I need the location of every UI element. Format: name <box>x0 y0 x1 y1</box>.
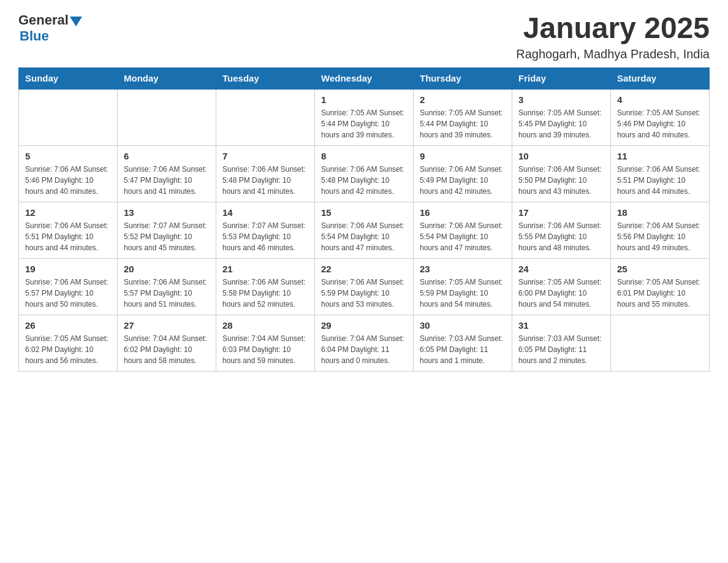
day-info: Sunrise: 7:06 AM Sunset: 5:46 PM Dayligh… <box>25 164 111 197</box>
day-info: Sunrise: 7:06 AM Sunset: 5:49 PM Dayligh… <box>420 164 506 197</box>
day-number: 4 <box>617 94 703 105</box>
day-number: 28 <box>222 320 308 331</box>
calendar-cell: 31Sunrise: 7:03 AM Sunset: 6:05 PM Dayli… <box>512 315 611 371</box>
day-number: 21 <box>222 264 308 274</box>
calendar-cell: 23Sunrise: 7:05 AM Sunset: 5:59 PM Dayli… <box>414 258 512 315</box>
calendar-cell: 10Sunrise: 7:06 AM Sunset: 5:50 PM Dayli… <box>512 145 611 202</box>
logo-blue-text: Blue <box>20 28 49 44</box>
calendar-cell: 7Sunrise: 7:06 AM Sunset: 5:48 PM Daylig… <box>216 145 315 202</box>
day-info: Sunrise: 7:06 AM Sunset: 5:55 PM Dayligh… <box>518 220 604 253</box>
day-number: 31 <box>518 320 604 331</box>
day-info: Sunrise: 7:05 AM Sunset: 5:44 PM Dayligh… <box>420 107 506 140</box>
calendar-cell: 8Sunrise: 7:06 AM Sunset: 5:48 PM Daylig… <box>315 145 414 202</box>
logo: General Blue <box>18 12 82 44</box>
calendar-cell: 3Sunrise: 7:05 AM Sunset: 5:45 PM Daylig… <box>512 89 611 146</box>
day-number: 7 <box>222 151 308 161</box>
calendar-cell: 9Sunrise: 7:06 AM Sunset: 5:49 PM Daylig… <box>414 145 512 202</box>
calendar-cell: 24Sunrise: 7:05 AM Sunset: 6:00 PM Dayli… <box>512 258 611 315</box>
calendar-cell: 11Sunrise: 7:06 AM Sunset: 5:51 PM Dayli… <box>611 145 710 202</box>
location-title: Raghogarh, Madhya Pradesh, India <box>516 47 710 61</box>
calendar-week-row: 5Sunrise: 7:06 AM Sunset: 5:46 PM Daylig… <box>19 145 710 202</box>
day-number: 22 <box>321 264 407 274</box>
calendar-header-row: SundayMondayTuesdayWednesdayThursdayFrid… <box>19 67 710 89</box>
day-number: 5 <box>25 151 111 161</box>
day-number: 1 <box>321 94 407 105</box>
day-number: 13 <box>124 207 210 218</box>
day-info: Sunrise: 7:05 AM Sunset: 6:02 PM Dayligh… <box>25 333 111 366</box>
calendar-cell: 16Sunrise: 7:06 AM Sunset: 5:54 PM Dayli… <box>414 202 512 258</box>
day-number: 12 <box>25 207 111 218</box>
day-info: Sunrise: 7:05 AM Sunset: 5:44 PM Dayligh… <box>321 107 407 140</box>
calendar-cell: 26Sunrise: 7:05 AM Sunset: 6:02 PM Dayli… <box>19 315 118 371</box>
day-number: 14 <box>222 207 308 218</box>
calendar-cell <box>611 315 710 371</box>
day-info: Sunrise: 7:06 AM Sunset: 5:59 PM Dayligh… <box>321 277 407 310</box>
calendar-cell: 25Sunrise: 7:05 AM Sunset: 6:01 PM Dayli… <box>611 258 710 315</box>
day-number: 10 <box>518 151 604 161</box>
day-number: 26 <box>25 320 111 331</box>
day-info: Sunrise: 7:07 AM Sunset: 5:53 PM Dayligh… <box>222 220 308 253</box>
calendar-cell: 19Sunrise: 7:06 AM Sunset: 5:57 PM Dayli… <box>19 258 118 315</box>
day-info: Sunrise: 7:05 AM Sunset: 5:59 PM Dayligh… <box>420 277 506 310</box>
calendar-cell: 20Sunrise: 7:06 AM Sunset: 5:57 PM Dayli… <box>118 258 216 315</box>
day-number: 17 <box>518 207 604 218</box>
day-info: Sunrise: 7:06 AM Sunset: 5:48 PM Dayligh… <box>321 164 407 197</box>
calendar-cell: 29Sunrise: 7:04 AM Sunset: 6:04 PM Dayli… <box>315 315 414 371</box>
day-info: Sunrise: 7:05 AM Sunset: 5:45 PM Dayligh… <box>518 107 604 140</box>
calendar-cell: 2Sunrise: 7:05 AM Sunset: 5:44 PM Daylig… <box>414 89 512 146</box>
day-info: Sunrise: 7:06 AM Sunset: 5:54 PM Dayligh… <box>420 220 506 253</box>
day-number: 15 <box>321 207 407 218</box>
logo-general-text: General <box>18 12 69 28</box>
day-info: Sunrise: 7:03 AM Sunset: 6:05 PM Dayligh… <box>518 333 604 366</box>
calendar-cell <box>216 89 315 146</box>
calendar-cell: 17Sunrise: 7:06 AM Sunset: 5:55 PM Dayli… <box>512 202 611 258</box>
calendar-cell: 1Sunrise: 7:05 AM Sunset: 5:44 PM Daylig… <box>315 89 414 146</box>
day-number: 30 <box>420 320 506 331</box>
calendar-week-row: 1Sunrise: 7:05 AM Sunset: 5:44 PM Daylig… <box>19 89 710 146</box>
calendar-cell: 18Sunrise: 7:06 AM Sunset: 5:56 PM Dayli… <box>611 202 710 258</box>
calendar-week-row: 26Sunrise: 7:05 AM Sunset: 6:02 PM Dayli… <box>19 315 710 371</box>
column-header-thursday: Thursday <box>414 67 512 89</box>
day-info: Sunrise: 7:06 AM Sunset: 5:51 PM Dayligh… <box>617 164 703 197</box>
day-number: 24 <box>518 264 604 274</box>
column-header-sunday: Sunday <box>19 67 118 89</box>
calendar-week-row: 12Sunrise: 7:06 AM Sunset: 5:51 PM Dayli… <box>19 202 710 258</box>
calendar-cell: 6Sunrise: 7:06 AM Sunset: 5:47 PM Daylig… <box>118 145 216 202</box>
calendar-table: SundayMondayTuesdayWednesdayThursdayFrid… <box>18 67 710 372</box>
day-number: 3 <box>518 94 604 105</box>
day-number: 20 <box>124 264 210 274</box>
day-info: Sunrise: 7:06 AM Sunset: 5:56 PM Dayligh… <box>617 220 703 253</box>
day-number: 25 <box>617 264 703 274</box>
day-number: 16 <box>420 207 506 218</box>
day-info: Sunrise: 7:04 AM Sunset: 6:04 PM Dayligh… <box>321 333 407 366</box>
day-info: Sunrise: 7:06 AM Sunset: 5:48 PM Dayligh… <box>222 164 308 197</box>
calendar-cell: 22Sunrise: 7:06 AM Sunset: 5:59 PM Dayli… <box>315 258 414 315</box>
column-header-friday: Friday <box>512 67 611 89</box>
calendar-cell: 14Sunrise: 7:07 AM Sunset: 5:53 PM Dayli… <box>216 202 315 258</box>
calendar-cell: 4Sunrise: 7:05 AM Sunset: 5:46 PM Daylig… <box>611 89 710 146</box>
month-title: January 2025 <box>516 12 710 45</box>
calendar-cell: 12Sunrise: 7:06 AM Sunset: 5:51 PM Dayli… <box>19 202 118 258</box>
day-info: Sunrise: 7:06 AM Sunset: 5:50 PM Dayligh… <box>518 164 604 197</box>
calendar-cell: 5Sunrise: 7:06 AM Sunset: 5:46 PM Daylig… <box>19 145 118 202</box>
day-info: Sunrise: 7:06 AM Sunset: 5:54 PM Dayligh… <box>321 220 407 253</box>
column-header-tuesday: Tuesday <box>216 67 315 89</box>
day-info: Sunrise: 7:04 AM Sunset: 6:02 PM Dayligh… <box>124 333 210 366</box>
calendar-cell: 27Sunrise: 7:04 AM Sunset: 6:02 PM Dayli… <box>118 315 216 371</box>
day-info: Sunrise: 7:04 AM Sunset: 6:03 PM Dayligh… <box>222 333 308 366</box>
day-info: Sunrise: 7:05 AM Sunset: 6:01 PM Dayligh… <box>617 277 703 310</box>
day-number: 23 <box>420 264 506 274</box>
day-info: Sunrise: 7:06 AM Sunset: 5:57 PM Dayligh… <box>124 277 210 310</box>
logo-triangle-icon <box>70 17 82 26</box>
calendar-cell: 15Sunrise: 7:06 AM Sunset: 5:54 PM Dayli… <box>315 202 414 258</box>
day-number: 6 <box>124 151 210 161</box>
column-header-saturday: Saturday <box>611 67 710 89</box>
day-number: 9 <box>420 151 506 161</box>
day-number: 19 <box>25 264 111 274</box>
day-info: Sunrise: 7:06 AM Sunset: 5:51 PM Dayligh… <box>25 220 111 253</box>
calendar-cell <box>19 89 118 146</box>
day-info: Sunrise: 7:03 AM Sunset: 6:05 PM Dayligh… <box>420 333 506 366</box>
column-header-monday: Monday <box>118 67 216 89</box>
day-number: 8 <box>321 151 407 161</box>
title-block: January 2025 Raghogarh, Madhya Pradesh, … <box>516 12 710 61</box>
